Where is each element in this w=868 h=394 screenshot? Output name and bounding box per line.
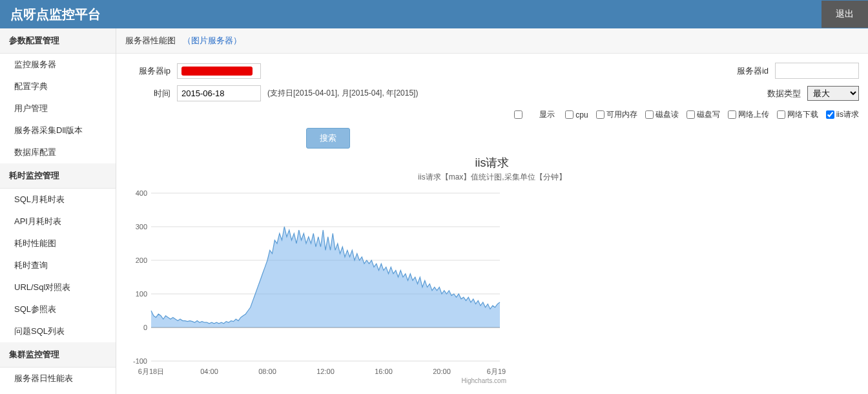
cb-dread[interactable]: 磁盘读 (645, 109, 679, 120)
logout-button[interactable]: 退出 (822, 1, 868, 28)
chart-container: iis请求 iis请求【max】值统计图,采集单位【分钟】 -100010020… (116, 149, 868, 380)
toggle-all-checkbox[interactable] (514, 110, 522, 119)
sidebar-item[interactable]: URL/Sql对照表 (0, 276, 116, 298)
time-input[interactable] (177, 85, 261, 101)
svg-text:04:00: 04:00 (200, 368, 218, 375)
chart-svg: -10001002003004006月18日04:0008:0012:0016:… (125, 187, 506, 380)
cb-mem[interactable]: 可用内存 (596, 109, 637, 120)
breadcrumb: 服务器性能图 （图片服务器） (116, 28, 868, 54)
id-label: 服务器id (723, 65, 775, 77)
breadcrumb-link[interactable]: （图片服务器） (183, 36, 242, 45)
svg-text:08:00: 08:00 (258, 368, 276, 375)
sidebar-item[interactable]: SQL参照表 (0, 298, 116, 320)
dread-checkbox[interactable] (645, 110, 654, 119)
svg-text:16:00: 16:00 (375, 368, 393, 375)
sidebar-item[interactable]: API月耗时表 (0, 211, 116, 233)
redacted-ip (181, 67, 253, 76)
search-button[interactable]: 搜索 (306, 128, 350, 149)
svg-text:300: 300 (136, 223, 147, 231)
netdown-checkbox[interactable] (777, 110, 785, 119)
dtype-label: 数据类型 (756, 88, 807, 99)
main-content: 服务器性能图 （图片服务器） 服务器ip 服务器id 时间 (支持日[2015-… (116, 28, 868, 394)
ip-input[interactable] (177, 63, 261, 79)
dtype-select[interactable]: 最大 (807, 86, 859, 101)
chart-title: iis请求 (125, 155, 859, 171)
sidebar-item[interactable]: 服务器月性能表 (0, 389, 116, 394)
svg-text:200: 200 (136, 256, 147, 264)
topbar: 点呀点监控平台 退出 (0, 0, 868, 28)
cb-iis[interactable]: iis请求 (826, 109, 859, 120)
display-checkbox-row: 显示 cpu 可用内存 磁盘读 磁盘写 网络上传 网络下载 iis请求 (125, 108, 859, 128)
sidebar-item[interactable]: 服务器日性能表 (0, 368, 116, 389)
cb-netdown[interactable]: 网络下载 (777, 109, 818, 120)
svg-text:0: 0 (143, 324, 147, 331)
sidebar-group-cluster: 集群监控管理 (0, 342, 116, 368)
page-title: 服务器性能图 (125, 36, 176, 45)
svg-text:6月18日: 6月18日 (138, 368, 164, 375)
sidebar-item[interactable]: 配置字典 (0, 76, 116, 98)
cpu-checkbox[interactable] (565, 110, 574, 119)
netup-checkbox[interactable] (728, 110, 736, 119)
cb-netup[interactable]: 网络上传 (728, 109, 769, 120)
sidebar-item[interactable]: 监控服务器 (0, 54, 116, 76)
chart-credits: Highcharts.com (462, 377, 506, 384)
time-label: 时间 (125, 88, 177, 99)
time-hint: (支持日[2015-04-01], 月[2015-04], 年[2015]) (267, 88, 418, 99)
svg-text:6月19日: 6月19日 (487, 368, 506, 375)
sidebar-group-params: 参数配置管理 (0, 28, 116, 54)
display-label: 显示 (539, 109, 555, 120)
mem-checkbox[interactable] (596, 110, 604, 119)
cb-dwrite[interactable]: 磁盘写 (687, 109, 720, 120)
svg-text:-100: -100 (133, 357, 147, 365)
sidebar-item[interactable]: 用户管理 (0, 98, 116, 119)
svg-text:100: 100 (136, 290, 147, 298)
app-logo: 点呀点监控平台 (10, 6, 101, 23)
iis-checkbox[interactable] (826, 110, 834, 119)
sidebar-item[interactable]: 耗时性能图 (0, 233, 116, 254)
chart-subtitle: iis请求【max】值统计图,采集单位【分钟】 (125, 172, 859, 183)
cb-cpu[interactable]: cpu (565, 110, 588, 119)
svg-text:20:00: 20:00 (433, 368, 451, 375)
svg-text:400: 400 (136, 189, 147, 197)
sidebar-item[interactable]: 服务器采集Dll版本 (0, 119, 116, 141)
sidebar: 参数配置管理 监控服务器配置字典用户管理服务器采集Dll版本数据库配置 耗时监控… (0, 28, 116, 394)
sidebar-item[interactable]: SQL月耗时表 (0, 189, 116, 211)
sidebar-item[interactable]: 数据库配置 (0, 141, 116, 163)
sidebar-item[interactable]: 问题SQL列表 (0, 320, 116, 342)
svg-text:12:00: 12:00 (316, 368, 335, 375)
dwrite-checkbox[interactable] (687, 110, 695, 119)
id-input[interactable] (775, 63, 859, 79)
sidebar-group-time: 耗时监控管理 (0, 163, 116, 189)
sidebar-item[interactable]: 耗时查询 (0, 254, 116, 276)
ip-label: 服务器ip (125, 65, 177, 77)
